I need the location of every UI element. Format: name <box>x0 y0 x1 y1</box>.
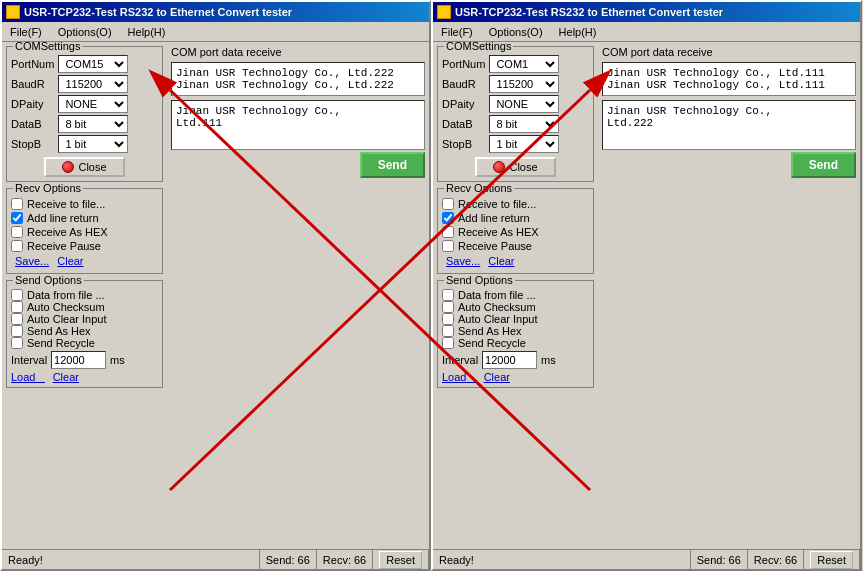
dpaity-label-2: DPaity <box>442 98 485 110</box>
dpaity-select-1[interactable]: NONE <box>58 95 128 113</box>
close-btn-label-1: Close <box>78 161 106 173</box>
dpaity-label-1: DPaity <box>11 98 54 110</box>
menu-bar-2: File(F) Options(O) Help(H) <box>433 22 860 42</box>
datab-select-2[interactable]: 8 bit <box>489 115 559 133</box>
recv-options-label-2: Recv Options <box>444 182 514 194</box>
send-input-area-1[interactable]: Jinan USR Technology Co.,Ltd.111 <box>171 100 425 150</box>
portnum-select-1[interactable]: COM15 <box>58 55 128 73</box>
recv-to-file-check-1[interactable] <box>11 198 23 210</box>
data-receive-label-1: COM port data receive <box>171 46 425 58</box>
portnum-label-1: PortNum <box>11 58 54 70</box>
status-ready-text-1: Ready! <box>8 554 43 566</box>
send-recycle-label-2: Send Recycle <box>458 337 526 349</box>
reset-button-2[interactable]: Reset <box>810 551 853 569</box>
menu-help-1[interactable]: Help(H) <box>124 25 170 39</box>
send-options-label-1: Send Options <box>13 274 84 286</box>
stopb-select-2[interactable]: 1 bit <box>489 135 559 153</box>
baudr-label-2: BaudR <box>442 78 485 90</box>
interval-input-2[interactable] <box>482 351 537 369</box>
recv-as-hex-check-1[interactable] <box>11 226 23 238</box>
status-ready-text-2: Ready! <box>439 554 474 566</box>
title-text-1: USR-TCP232-Test RS232 to Ethernet Conver… <box>24 6 292 18</box>
send-as-hex-check-1[interactable] <box>11 325 23 337</box>
recv-pause-label-1: Receive Pause <box>27 240 101 252</box>
recv-to-file-row-2: Receive to file... <box>442 197 589 211</box>
add-line-return-row-1: Add line return <box>11 211 158 225</box>
menu-options-2[interactable]: Options(O) <box>485 25 547 39</box>
recv-options-group-1: Recv Options Receive to file... Add line… <box>6 188 163 274</box>
menu-file-1[interactable]: File(F) <box>6 25 46 39</box>
recv-as-hex-check-2[interactable] <box>442 226 454 238</box>
load-link-1[interactable]: Load _ <box>11 371 45 383</box>
com-settings-group-2: COMSettings PortNum COM1 BaudR 115200 DP… <box>437 46 594 182</box>
send-recycle-check-1[interactable] <box>11 337 23 349</box>
baudr-select-1[interactable]: 115200 <box>58 75 128 93</box>
status-ready-2: Ready! <box>433 550 691 569</box>
auto-clear-input-check-2[interactable] <box>442 313 454 325</box>
status-ready-1: Ready! <box>2 550 260 569</box>
send-btn-row-2: Send <box>602 152 856 178</box>
status-reset-1: Reset <box>373 550 429 569</box>
send-button-1[interactable]: Send <box>360 152 425 178</box>
com-settings-grid-2: PortNum COM1 BaudR 115200 DPaity NONE Da… <box>442 55 589 153</box>
status-recv-2: Recv: 66 <box>748 550 804 569</box>
data-from-file-check-1[interactable] <box>11 289 23 301</box>
baudr-select-2[interactable]: 115200 <box>489 75 559 93</box>
interval-input-1[interactable] <box>51 351 106 369</box>
close-btn-label-2: Close <box>509 161 537 173</box>
add-line-return-label-2: Add line return <box>458 212 530 224</box>
recv-to-file-check-2[interactable] <box>442 198 454 210</box>
datab-select-1[interactable]: 8 bit <box>58 115 128 133</box>
recv-to-file-label-1: Receive to file... <box>27 198 105 210</box>
led-icon-1 <box>62 161 74 173</box>
auto-checksum-check-2[interactable] <box>442 301 454 313</box>
portnum-select-2[interactable]: COM1 <box>489 55 559 73</box>
reset-button-1[interactable]: Reset <box>379 551 422 569</box>
menu-file-2[interactable]: File(F) <box>437 25 477 39</box>
title-text-2: USR-TCP232-Test RS232 to Ethernet Conver… <box>455 6 723 18</box>
recv-clear-link-2[interactable]: Clear <box>488 255 514 267</box>
content-area-2: COMSettings PortNum COM1 BaudR 115200 DP… <box>433 42 860 549</box>
menu-help-2[interactable]: Help(H) <box>555 25 601 39</box>
send-as-hex-check-2[interactable] <box>442 325 454 337</box>
interval-unit-1: ms <box>110 354 125 366</box>
send-button-2[interactable]: Send <box>791 152 856 178</box>
add-line-return-check-1[interactable] <box>11 212 23 224</box>
send-clear-link-2[interactable]: Clear <box>484 371 510 383</box>
recv-pause-check-2[interactable] <box>442 240 454 252</box>
send-recycle-check-2[interactable] <box>442 337 454 349</box>
send-clear-link-1[interactable]: Clear <box>53 371 79 383</box>
status-recv-text-1: Recv: 66 <box>323 554 366 566</box>
send-as-hex-row-1: Send As Hex <box>11 325 158 337</box>
save-clear-row-2: Save... Clear <box>442 253 589 269</box>
close-button-1[interactable]: Close <box>44 157 124 177</box>
send-input-area-2[interactable]: Jinan USR Technology Co.,Ltd.222 <box>602 100 856 150</box>
recv-to-file-row-1: Receive to file... <box>11 197 158 211</box>
data-from-file-check-2[interactable] <box>442 289 454 301</box>
data-from-file-row-2: Data from file ... <box>442 289 589 301</box>
stopb-select-1[interactable]: 1 bit <box>58 135 128 153</box>
auto-clear-input-check-1[interactable] <box>11 313 23 325</box>
dpaity-select-2[interactable]: NONE <box>489 95 559 113</box>
save-link-1[interactable]: Save... <box>15 255 49 267</box>
app-icon-2: ⚡ <box>437 5 451 19</box>
auto-checksum-label-2: Auto Checksum <box>458 301 536 313</box>
status-send-1: Send: 66 <box>260 550 317 569</box>
status-reset-2: Reset <box>804 550 860 569</box>
add-line-return-check-2[interactable] <box>442 212 454 224</box>
close-button-2[interactable]: Close <box>475 157 555 177</box>
status-send-2: Send: 66 <box>691 550 748 569</box>
recv-as-hex-row-1: Receive As HEX <box>11 225 158 239</box>
recv-pause-check-1[interactable] <box>11 240 23 252</box>
data-from-file-label-2: Data from file ... <box>458 289 536 301</box>
recv-clear-link-1[interactable]: Clear <box>57 255 83 267</box>
auto-checksum-check-1[interactable] <box>11 301 23 313</box>
save-link-2[interactable]: Save... <box>446 255 480 267</box>
send-recycle-row-1: Send Recycle <box>11 337 158 349</box>
load-link-2[interactable]: Load _ <box>442 371 476 383</box>
data-receive-area-2[interactable]: Jinan USR Technology Co., Ltd.111Jinan U… <box>602 62 856 96</box>
close-btn-area-2: Close <box>442 157 589 177</box>
data-receive-area-1[interactable]: Jinan USR Technology Co., Ltd.222Jinan U… <box>171 62 425 96</box>
menu-options-1[interactable]: Options(O) <box>54 25 116 39</box>
auto-checksum-label-1: Auto Checksum <box>27 301 105 313</box>
